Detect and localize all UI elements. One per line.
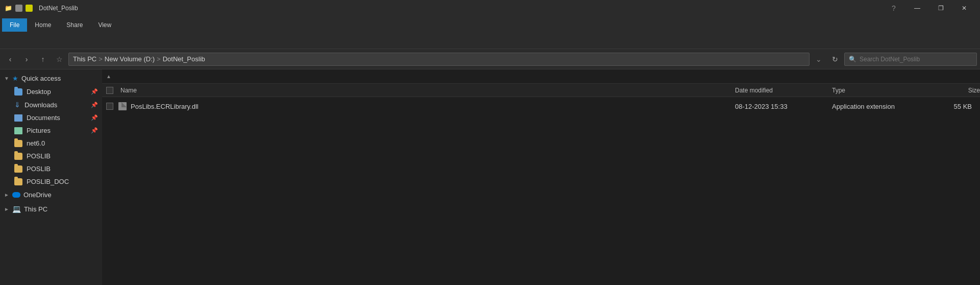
refresh-button[interactable]: ↻ <box>828 52 842 66</box>
net6-folder-icon <box>14 140 22 147</box>
sidebar-downloads-label: Downloads <box>24 101 57 109</box>
content-area: ▲ Name Date modified Type Size PosLibs.E… <box>102 69 980 285</box>
path-this-pc: This PC <box>73 55 96 63</box>
sidebar-poslib1-label: POSLIB <box>27 152 51 160</box>
window-title: DotNet_Poslib <box>37 5 882 12</box>
ribbon-tab-bar: File Home Share View <box>0 16 980 32</box>
main-layout: ▼ ★ Quick access Desktop 📌 ⇓ Downloads 📌… <box>0 69 980 285</box>
desktop-folder-icon <box>14 88 22 96</box>
path-sep-2: > <box>157 55 161 63</box>
app-icon-1: 📁 <box>4 4 12 12</box>
window-controls: ? — ❐ ✕ <box>882 0 976 16</box>
sidebar-item-desktop[interactable]: Desktop 📌 <box>0 85 102 98</box>
poslib-doc-folder-icon <box>14 178 22 185</box>
file-size: 55 KB <box>924 103 980 110</box>
sidebar-pictures-label: Pictures <box>27 127 51 134</box>
sidebar-quick-access-label: Quick access <box>21 75 61 82</box>
pin-icon-downloads: 📌 <box>91 102 98 108</box>
search-box[interactable]: 🔍 Search DotNet_Poslib <box>844 53 977 66</box>
maximize-button[interactable]: ❐ <box>929 0 952 16</box>
sidebar-item-poslib2[interactable]: POSLIB <box>0 162 102 175</box>
sidebar-section-quick-access[interactable]: ▼ ★ Quick access <box>0 72 102 85</box>
sidebar-poslib2-label: POSLIB <box>27 165 51 173</box>
sidebar-item-poslib1[interactable]: POSLIB <box>0 150 102 162</box>
search-icon: 🔍 <box>849 56 856 63</box>
pin-icon-documents: 📌 <box>91 114 98 121</box>
file-list: PosLibs.ECRLibrary.dll 08-12-2023 15:33 … <box>102 97 980 285</box>
back-button[interactable]: ‹ <box>3 52 17 66</box>
row-checkbox[interactable] <box>106 103 118 110</box>
select-all-checkbox[interactable] <box>106 87 118 94</box>
sidebar-section-this-pc[interactable]: ► 💻 This PC <box>0 202 102 216</box>
quick-access-star-icon: ★ <box>12 75 18 82</box>
pin-icon-desktop: 📌 <box>91 88 98 95</box>
col-header-type[interactable]: Type <box>832 87 924 94</box>
quick-access-chevron: ▼ <box>4 76 9 81</box>
sidebar-documents-label: Documents <box>27 114 60 122</box>
tab-view[interactable]: View <box>90 18 119 32</box>
search-placeholder: Search DotNet_Poslib <box>860 56 920 63</box>
sidebar-net6-label: net6.0 <box>27 139 45 147</box>
table-row[interactable]: PosLibs.ECRLibrary.dll 08-12-2023 15:33 … <box>102 99 980 113</box>
path-sep-1: > <box>99 55 103 63</box>
sidebar-onedrive-label: OneDrive <box>23 191 52 199</box>
column-headers: Name Date modified Type Size <box>102 84 980 97</box>
sidebar-poslib-doc-label: POSLIB_DOC <box>27 178 69 185</box>
col-header-size[interactable]: Size <box>924 87 980 94</box>
pin-icon-pictures: 📌 <box>91 127 98 134</box>
file-checkbox[interactable] <box>106 103 113 110</box>
tab-file[interactable]: File <box>2 18 27 32</box>
minimize-button[interactable]: — <box>905 0 929 16</box>
poslib2-folder-icon <box>14 165 22 173</box>
title-bar: 📁 DotNet_Poslib ? — ❐ ✕ <box>0 0 980 16</box>
address-bar: ‹ › ↑ ☆ This PC > New Volume (D:) > DotN… <box>0 49 980 69</box>
sidebar-item-poslib-doc[interactable]: POSLIB_DOC <box>0 175 102 188</box>
documents-icon <box>14 114 22 122</box>
onedrive-icon <box>12 192 20 198</box>
help-button[interactable]: ? <box>882 0 905 16</box>
sidebar-this-pc-label: This PC <box>24 205 47 213</box>
dropdown-arrow[interactable]: ⌄ <box>812 52 826 66</box>
tab-home[interactable]: Home <box>27 18 59 32</box>
sort-up-icon: ▲ <box>106 74 111 79</box>
poslib1-folder-icon <box>14 153 22 160</box>
tab-share[interactable]: Share <box>59 18 90 32</box>
ribbon: File Home Share View <box>0 16 980 49</box>
dll-file-icon <box>118 102 127 110</box>
this-pc-chevron: ► <box>4 206 9 212</box>
ribbon-actions <box>0 32 980 49</box>
bookmark-icon: ☆ <box>52 52 66 66</box>
sidebar-item-net6[interactable]: net6.0 <box>0 137 102 150</box>
file-type: Application extension <box>832 103 924 110</box>
col-header-date[interactable]: Date modified <box>735 87 832 94</box>
close-button[interactable]: ✕ <box>952 0 976 16</box>
title-bar-app-icons: 📁 <box>4 4 33 12</box>
checkbox-all[interactable] <box>106 87 113 94</box>
file-name: PosLibs.ECRLibrary.dll <box>127 103 735 110</box>
onedrive-chevron: ► <box>4 192 9 198</box>
sort-bar: ▲ <box>102 69 980 84</box>
sidebar-desktop-label: Desktop <box>27 88 51 96</box>
pictures-icon <box>14 127 22 134</box>
up-button[interactable]: ↑ <box>36 52 50 66</box>
path-current: DotNet_Poslib <box>163 55 205 63</box>
app-icon-3 <box>26 5 33 12</box>
path-new-volume: New Volume (D:) <box>105 55 155 63</box>
app-icon-2 <box>15 5 22 12</box>
sidebar-section-onedrive[interactable]: ► OneDrive <box>0 188 102 202</box>
this-pc-icon: 💻 <box>12 205 21 213</box>
downloads-icon: ⇓ <box>14 101 20 109</box>
sidebar: ▼ ★ Quick access Desktop 📌 ⇓ Downloads 📌… <box>0 69 102 285</box>
file-date: 08-12-2023 15:33 <box>735 103 832 110</box>
sidebar-item-documents[interactable]: Documents 📌 <box>0 111 102 124</box>
forward-button[interactable]: › <box>19 52 34 66</box>
address-path-bar[interactable]: This PC > New Volume (D:) > DotNet_Posli… <box>68 53 810 66</box>
sidebar-item-downloads[interactable]: ⇓ Downloads 📌 <box>0 98 102 111</box>
sidebar-item-pictures[interactable]: Pictures 📌 <box>0 124 102 137</box>
col-header-name[interactable]: Name <box>118 87 735 94</box>
